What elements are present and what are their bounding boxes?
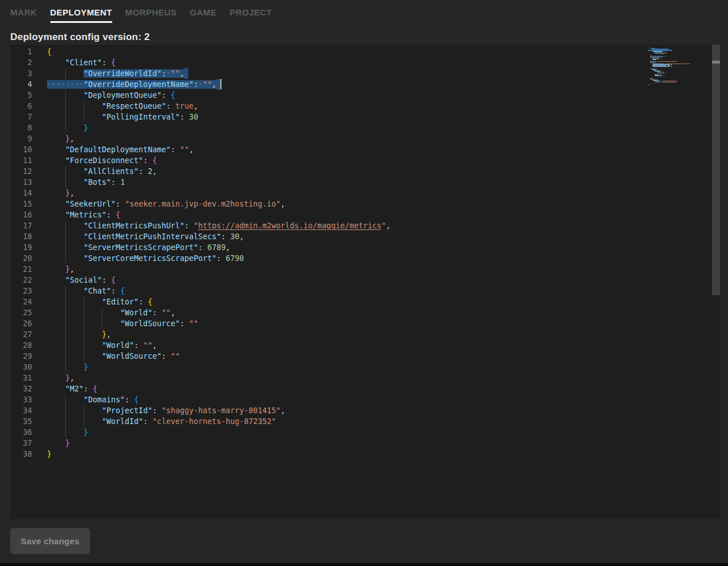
indent-guide <box>65 405 66 416</box>
line-number: 5 <box>10 90 32 101</box>
code-line[interactable]: 22 "Social": { <box>10 275 646 286</box>
tab-mark[interactable]: MARK <box>10 7 37 21</box>
indent-guide <box>84 351 84 362</box>
indent-guide <box>65 329 66 340</box>
line-number: 25 <box>10 307 32 318</box>
tab-game[interactable]: GAME <box>190 7 217 21</box>
code-line[interactable]: 34 "ProjectId": "shaggy-hats-marry-80141… <box>10 405 646 416</box>
indent-guide <box>84 340 84 351</box>
tab-project[interactable]: PROJECT <box>230 7 272 21</box>
code-line[interactable]: 24 "Editor": { <box>10 296 646 307</box>
indent-guide <box>65 318 66 329</box>
code-line[interactable]: 29 "WorldSource": "" <box>10 351 646 362</box>
code-line[interactable]: 37 } <box>10 438 646 449</box>
code-line[interactable]: 25 "World": "", <box>10 307 646 318</box>
line-number: 1 <box>10 46 32 57</box>
tab-deployment[interactable]: DEPLOYMENT <box>50 7 112 23</box>
line-number: 15 <box>10 199 32 209</box>
indent-guide <box>84 318 84 329</box>
code-line[interactable]: 4········"OverrideDeploymentName":·"", <box>10 79 646 90</box>
code-line[interactable]: 14 }, <box>10 188 646 199</box>
line-number: 24 <box>10 296 32 307</box>
code-line[interactable]: 19 "ServerMetricsScrapePort": 6789, <box>10 242 646 253</box>
indent-guide <box>65 362 66 373</box>
code-line[interactable]: 1{ <box>10 46 646 57</box>
indent-guide <box>65 122 66 133</box>
code-line[interactable]: 35 "WorldId": "clever-hornets-hug-872352… <box>10 416 646 427</box>
code-line[interactable]: 7 "PollingInterval": 30 <box>10 112 646 122</box>
tab-morpheus[interactable]: MORPHEUS <box>125 7 177 21</box>
indent-guide <box>65 296 66 307</box>
code-line[interactable]: 32 "M2": { <box>10 383 646 394</box>
bottom-strip <box>0 563 728 566</box>
line-number: 33 <box>10 394 32 405</box>
code-line[interactable]: 27 }, <box>10 329 646 340</box>
line-number: 29 <box>10 351 32 362</box>
code-line[interactable]: 31 }, <box>10 373 646 383</box>
indent-guide <box>65 101 66 112</box>
scrollbar-thumb[interactable] <box>712 45 720 295</box>
code-line[interactable]: 9 }, <box>10 133 646 144</box>
line-number: 16 <box>10 209 32 220</box>
code-line[interactable]: 11 "ForceDisconnect": { <box>10 155 646 166</box>
code-line[interactable]: 16 "Metrics": { <box>10 209 646 220</box>
scrollbar-selection-marker <box>712 61 720 64</box>
code-lines: 1{2 "Client": {3 "OverrideWorldId":·"",4… <box>10 46 646 460</box>
indent-guide <box>65 90 66 101</box>
indent-guide <box>65 340 66 351</box>
code-line[interactable]: 5 "DeploymentQueue": { <box>10 90 646 101</box>
code-line[interactable]: 6 "RespectQueue": true, <box>10 101 646 112</box>
indent-guide <box>84 112 84 122</box>
line-number: 21 <box>10 264 32 275</box>
line-number: 28 <box>10 340 32 351</box>
code-line[interactable]: 20 "ServerCoreMetricsScrapePort": 6790 <box>10 253 646 264</box>
code-line[interactable]: 8 } <box>10 122 646 133</box>
code-line[interactable]: 33 "Domains": { <box>10 394 646 405</box>
indent-guide <box>65 394 66 405</box>
line-number: 14 <box>10 188 32 199</box>
indent-guide <box>102 307 102 318</box>
indent-guide <box>84 405 84 416</box>
code-line[interactable]: 18 "ClientMetricPushIntervalSecs": 30, <box>10 231 646 242</box>
code-line[interactable]: 17 "ClientMetricsPushUrl": "https://admi… <box>10 220 646 231</box>
line-number: 7 <box>10 112 32 122</box>
line-number: 9 <box>10 133 32 144</box>
line-number: 4 <box>10 79 32 90</box>
url-link[interactable]: https://admin.m2worlds.io/maggie/metrics <box>198 221 381 230</box>
line-number: 10 <box>10 144 32 155</box>
code-line[interactable]: 38} <box>10 449 646 460</box>
code-line[interactable]: 36 } <box>10 427 646 438</box>
line-number: 17 <box>10 220 32 231</box>
line-number: 2 <box>10 57 32 68</box>
save-button[interactable]: Save changes <box>10 528 90 554</box>
line-number: 6 <box>10 101 32 112</box>
indent-guide <box>65 427 66 438</box>
tab-bar: MARK DEPLOYMENT MORPHEUS GAME PROJECT <box>0 0 728 23</box>
indent-guide <box>65 177 66 188</box>
code-line[interactable]: 21 }, <box>10 264 646 275</box>
code-line[interactable]: 3 "OverrideWorldId":·"", <box>10 68 646 79</box>
indent-guide <box>65 68 66 79</box>
code-line[interactable]: 15 "SeekerUrl": "seeker.main.jvp-dev.m2h… <box>10 199 646 209</box>
line-number: 8 <box>10 122 32 133</box>
code-line[interactable]: 2 "Client": { <box>10 57 646 68</box>
indent-guide <box>84 296 84 307</box>
code-line[interactable]: 23 "Chat": { <box>10 286 646 296</box>
line-number: 13 <box>10 177 32 188</box>
minimap[interactable] <box>647 45 712 519</box>
code-editor[interactable]: 1{2 "Client": {3 "OverrideWorldId":·"",4… <box>10 45 720 519</box>
indent-guide <box>65 166 66 177</box>
code-line[interactable]: 10 "DefaultDeploymentName": "", <box>10 144 646 155</box>
indent-guide <box>65 307 66 318</box>
code-line[interactable]: 28 "World": "", <box>10 340 646 351</box>
indent-guide <box>84 101 84 112</box>
line-number: 36 <box>10 427 32 438</box>
indent-guide <box>84 329 84 340</box>
code-line[interactable]: 13 "Bots": 1 <box>10 177 646 188</box>
code-line[interactable]: 30 } <box>10 362 646 373</box>
indent-guide <box>65 253 66 264</box>
code-line[interactable]: 12 "AllClients": 2, <box>10 166 646 177</box>
line-number: 34 <box>10 405 32 416</box>
code-line[interactable]: 26 "WorldSource": "" <box>10 318 646 329</box>
indent-guide <box>65 416 66 427</box>
